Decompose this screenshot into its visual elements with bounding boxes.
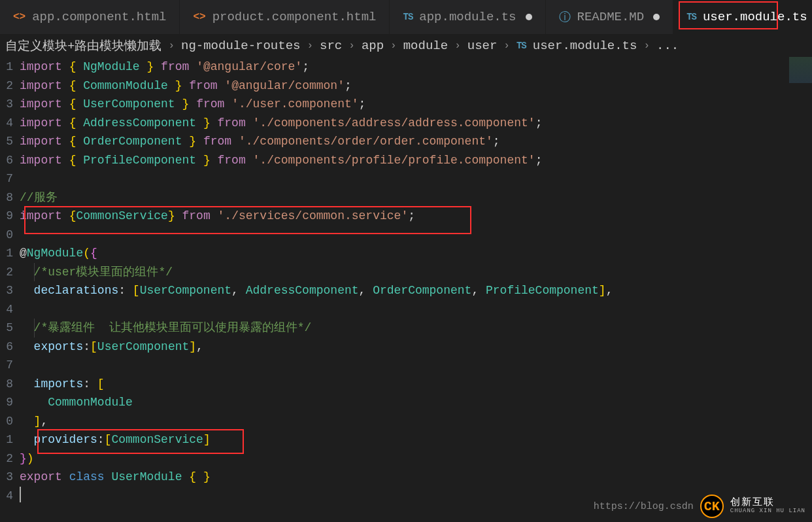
breadcrumb[interactable]: 自定义模块+路由模块懒加载 › ng-module-routes › src ›… (0, 35, 812, 57)
code-content[interactable]: import { NgModule } from '@angular/core'… (20, 57, 812, 505)
chevron-right-icon: › (643, 40, 650, 52)
tab-app-component[interactable]: <> app.component.html (0, 0, 180, 34)
html-icon: <> (193, 11, 205, 23)
breadcrumb-seg[interactable]: user (467, 39, 498, 53)
chevron-right-icon: › (390, 40, 397, 52)
breadcrumb-seg[interactable]: module (403, 39, 448, 53)
chevron-right-icon: › (503, 40, 510, 52)
ts-icon: TS (516, 41, 526, 51)
watermark: https://blog.csdn CK 创新互联 CHUANG XIN HU … (587, 491, 812, 522)
chevron-right-icon: › (307, 40, 313, 52)
watermark-logo-icon: CK (700, 495, 724, 518)
tab-label: README.MD (577, 10, 645, 24)
breadcrumb-seg[interactable]: 自定义模块+路由模块懒加载 (5, 37, 161, 54)
html-icon: <> (13, 11, 25, 23)
tab-bar: <> app.component.html <> product.compone… (0, 0, 812, 35)
info-icon: ⓘ (559, 9, 571, 25)
modified-dot-icon (653, 14, 660, 20)
breadcrumb-seg[interactable]: src (320, 39, 342, 53)
tab-label: app.component.html (32, 10, 166, 24)
chevron-right-icon: › (454, 40, 461, 52)
tab-user-module[interactable]: TS user.module.ts ✕ (673, 0, 812, 34)
tab-app-module[interactable]: TS app.module.ts (390, 0, 545, 34)
ts-icon: TS (403, 12, 413, 22)
breadcrumb-seg[interactable]: user.module.ts (533, 39, 637, 53)
watermark-en: CHUANG XIN HU LIAN (730, 508, 805, 515)
modified-dot-icon (526, 14, 532, 20)
editor-area[interactable]: 123456789012345678901234 import { NgModu… (0, 57, 812, 505)
tab-label: user.module.ts (703, 10, 807, 24)
chevron-right-icon: › (348, 40, 355, 52)
breadcrumb-seg[interactable]: ... (656, 39, 679, 53)
tab-label: app.module.ts (419, 10, 516, 24)
chevron-right-icon: › (168, 40, 175, 52)
ts-icon: TS (686, 12, 696, 22)
tab-label: product.component.html (212, 10, 377, 24)
breadcrumb-seg[interactable]: app (362, 39, 384, 53)
tab-product-component[interactable]: <> product.component.html (180, 0, 390, 34)
watermark-cn: 创新互联 (730, 498, 805, 509)
watermark-url: https://blog.csdn (594, 501, 694, 512)
breadcrumb-seg[interactable]: ng-module-routes (181, 39, 300, 53)
tab-readme[interactable]: ⓘ README.MD (546, 0, 674, 34)
line-gutter: 123456789012345678901234 (0, 57, 20, 505)
minimap[interactable] (789, 57, 812, 83)
